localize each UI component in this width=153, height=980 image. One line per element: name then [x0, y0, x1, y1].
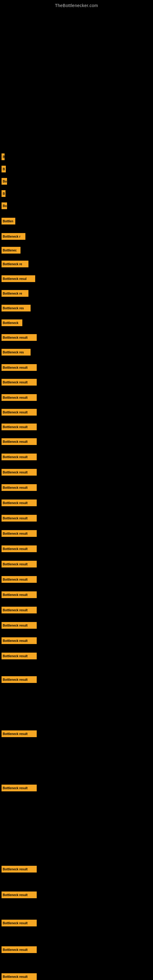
bar-row: Bottleneck result: [2, 973, 37, 980]
bar-row: Bo: [2, 202, 7, 209]
bar-label: Bottleneck result: [3, 471, 27, 474]
bar: Bottleneck result: [2, 469, 37, 476]
bar: Bottleneck r: [2, 233, 26, 240]
bar-row: Bottleneck result: [2, 334, 37, 341]
bar-label: Bottleneck result: [3, 654, 27, 658]
bar: Bottleneck result: [2, 515, 37, 522]
bar: Bo: [2, 202, 7, 209]
bar-label: Bottleneck result: [3, 411, 27, 414]
bar-row: Bottleneck r: [2, 233, 26, 240]
bar-label: B: [3, 167, 5, 171]
bar: Bo: [2, 178, 7, 185]
bar: Bottleneck re: [2, 261, 29, 267]
bar: B: [2, 166, 6, 172]
bar: Bottlen: [2, 218, 15, 224]
bar-label: Bottleneck result: [3, 921, 27, 925]
bar-row: Bottleneck result: [2, 394, 37, 401]
bar: Bottleneck result: [2, 891, 37, 898]
bar: Bottleneck result: [2, 438, 37, 445]
bar-row: Bottleneck result: [2, 891, 37, 898]
bar-row: B: [2, 166, 6, 172]
bar-label: Bottleneck result: [3, 948, 27, 951]
bar-row: Bottleneck resul: [2, 275, 35, 282]
bar-label: Bottleneck result: [3, 593, 27, 597]
bar-row: Bottleneck result: [2, 652, 37, 659]
bar: Bottleneck re: [2, 290, 29, 297]
bar-row: Bottleneck result: [2, 500, 37, 506]
bar-label: Bottleneck result: [3, 517, 27, 520]
bar-label: Bottleneck result: [3, 532, 27, 535]
bar-label: Bottleneck: [3, 321, 18, 325]
bar: Bottleneck result: [2, 409, 37, 415]
bar: Bottleneck result: [2, 484, 37, 491]
bar-label: Bottleneck result: [3, 455, 27, 459]
bar: Bottleneck result: [2, 622, 37, 629]
bar-row: Bottleneck result: [2, 484, 37, 491]
bar: Bottleneck result: [2, 453, 37, 460]
bar-label: Bottleneck result: [3, 609, 27, 612]
bar: Bottleneck result: [2, 546, 37, 552]
bar: Bottleneck result: [2, 637, 37, 644]
bar-row: Bottleneck result: [2, 784, 37, 791]
bar-label: Bottleneck result: [3, 366, 27, 369]
bar: Bottleneck result: [2, 379, 37, 385]
bar-row: Bottleneck result: [2, 946, 37, 953]
bar: Bottleneck res: [2, 349, 30, 356]
bar-label: Bottleneck result: [3, 155, 5, 159]
bar-label: Bottleneck res: [3, 351, 24, 354]
bar: Bottleneck result: [2, 607, 37, 613]
bar-label: Bottleneck result: [3, 547, 27, 550]
bar: Bottleneck result: [2, 500, 37, 506]
bar: Bottleneck result: [2, 946, 37, 953]
bar-label: Bottleneck result: [3, 396, 27, 399]
bar-label: Bottleneck re: [3, 262, 22, 266]
bar-label: Bottleneck re: [3, 292, 22, 295]
bar: Bottleneck result: [2, 334, 37, 341]
bar-label: B: [3, 192, 5, 196]
bar-label: Bottleneck result: [3, 381, 27, 384]
bar-row: Bottleneck result: [2, 469, 37, 476]
bar-label: Bottleneck r: [3, 235, 21, 238]
bar: Bottleneck result: [2, 866, 37, 872]
bar-label: Bottleneck res: [3, 307, 24, 310]
bar-label: Bottleneck result: [3, 639, 27, 643]
bar: Bottlenec: [2, 247, 21, 254]
bar: Bottleneck result: [2, 784, 37, 791]
bar-row: Bottleneck result: [2, 866, 37, 872]
bar-row: Bottleneck re: [2, 261, 29, 267]
bar: Bottleneck result: [2, 530, 37, 537]
bar-label: Bottleneck result: [3, 578, 27, 581]
bar-row: Bottleneck result: [2, 453, 37, 460]
bar-label: Bottleneck result: [3, 336, 27, 339]
bar: Bottleneck result: [2, 561, 37, 568]
bar-label: Bottleneck result: [3, 440, 27, 444]
bar-row: B: [2, 190, 5, 197]
bar-row: Bottlen: [2, 218, 15, 224]
bar: Bottleneck result: [2, 676, 37, 683]
bar-label: Bottlen: [3, 220, 13, 223]
bar: Bottleneck result: [2, 364, 37, 371]
bar-row: Bottleneck result: [2, 364, 37, 371]
bar: Bottleneck result: [2, 591, 37, 598]
bars-container: Bottleneck resultBBoBBoBottlenBottleneck…: [0, 10, 153, 980]
bar-label: Bottleneck result: [3, 786, 27, 790]
bar-label: Bottleneck resul: [3, 277, 27, 280]
bar-label: Bottleneck result: [3, 486, 27, 489]
bar-row: Bottleneck result: [2, 530, 37, 537]
bar-label: Bottleneck result: [3, 563, 27, 566]
bar-row: Bottleneck result: [2, 423, 37, 430]
bar: B: [2, 190, 5, 197]
bar-row: Bottleneck result: [2, 607, 37, 613]
bar-row: Bottleneck: [2, 320, 22, 326]
bar-row: Bottlenec: [2, 247, 21, 254]
bar-row: Bottleneck result: [2, 676, 37, 683]
bar-row: Bottleneck result: [2, 438, 37, 445]
bar-label: Bottleneck result: [3, 868, 27, 871]
bar-label: Bo: [3, 204, 7, 208]
bar-row: Bottleneck result: [2, 379, 37, 385]
bar-label: Bottleneck result: [3, 975, 27, 978]
bar: Bottleneck result: [2, 394, 37, 401]
bar: Bottleneck: [2, 320, 22, 326]
bar: Bottleneck result: [2, 423, 37, 430]
bar-label: Bottleneck result: [3, 678, 27, 681]
